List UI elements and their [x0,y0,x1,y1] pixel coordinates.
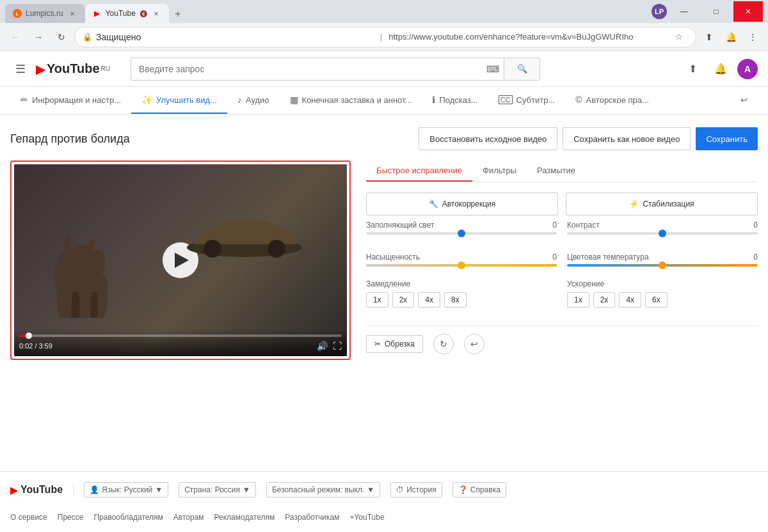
footer-link-about[interactable]: О сервисе [10,513,47,522]
footer-link-press[interactable]: Прессе [58,513,84,522]
tab-copyright-label: Авторское пра... [586,95,649,105]
contrast-thumb[interactable] [659,230,666,237]
user-avatar-youtube[interactable]: А [737,59,758,79]
saturation-slider[interactable] [366,264,557,267]
footer-link-authors[interactable]: Авторам [173,513,204,522]
tab-info[interactable]: ✏ Информация и настр... [10,87,131,114]
video-scene [14,164,347,356]
history-icon: ⏱ [396,485,404,494]
undo-button[interactable]: ↩ [464,334,484,354]
language-select[interactable]: 👤 Язык: Русский ▼ [84,482,168,497]
video-controls-row: 0:02 / 3:59 🔊 ⛶ [19,341,342,351]
close-button[interactable]: ✕ [733,1,763,22]
editor-main: Гепард против болида Восстановить исходн… [0,114,768,471]
address-input-wrap[interactable]: 🔒 Защищено | https://www.youtube.com/enh… [74,27,696,47]
fullscreen-button[interactable]: ⛶ [333,341,342,351]
video-controls: 0:02 / 3:59 🔊 ⛶ [14,329,347,356]
extensions-button[interactable]: ⬆ [699,27,719,47]
safe-mode-select[interactable]: Безопасный режим: выкл. ▼ [266,482,380,497]
restore-button[interactable]: Восстановить исходное видео [419,127,557,150]
minimize-button[interactable]: — [669,1,699,22]
redo-button[interactable]: ↻ [433,334,454,354]
refresh-button[interactable]: ↻ [51,27,72,47]
fill-light-label-row: Заполняющий свет 0 [366,221,557,230]
tab-info-label: Информация и настр... [32,95,121,105]
footer-link-rights[interactable]: Правообладателям [93,513,163,522]
tab-cards[interactable]: ℹ Подсказ... [422,87,488,114]
footer-link-developers[interactable]: Разработчикам [285,513,339,522]
tab-audio-label: Аудио [246,95,269,105]
quick-fix-tabs: Быстрое исправление Фильтры Размытие [366,160,758,182]
back-button[interactable]: ← [5,27,26,47]
color-temp-slider[interactable] [567,264,758,267]
video-player[interactable]: 0:02 / 3:59 🔊 ⛶ [14,164,347,356]
autocorrect-button[interactable]: 🔧 Автокоррекция [366,192,558,215]
forward-button[interactable]: → [28,27,49,47]
trim-label: Обрезка [385,340,415,348]
color-temp-thumb[interactable] [659,262,666,269]
notifications-header-button[interactable]: 🔔 [709,58,732,81]
cat-silhouette [46,228,142,331]
edit-panel: Быстрое исправление Фильтры Размытие 🔧 А… [366,160,758,360]
speed-up-buttons: 1x 2x 4x 6x [567,292,758,308]
address-separator: | [380,32,382,42]
speed-1x-button[interactable]: 1x [567,292,589,308]
tab-enhance[interactable]: ✨ Улучшить вид... [131,87,227,114]
slow-4x-button[interactable]: 4x [418,292,440,308]
fill-light-thumb[interactable] [458,230,465,237]
fill-light-slider[interactable] [366,232,557,235]
history-button[interactable]: ⏱ История [390,482,442,497]
address-bar: ← → ↻ 🔒 Защищено | https://www.youtube.c… [0,23,768,51]
more-options-button[interactable]: ⋮ [742,27,763,47]
tab-lumpics-close[interactable]: ✕ [67,8,77,19]
save-button[interactable]: Сохранить [696,127,758,150]
qf-tab-blur[interactable]: Размытие [527,160,586,182]
video-title-row: Гепард против болида Восстановить исходн… [10,127,758,150]
country-select[interactable]: Страна: Россия ▼ [179,482,256,497]
save-new-button[interactable]: Сохранить как новое видео [563,127,691,150]
saturation-thumb[interactable] [458,262,465,269]
footer-link-plus-youtube[interactable]: +YouTube [349,513,384,522]
search-button[interactable]: 🔍 [504,58,540,81]
bottom-controls: ✂ Обрезка ↻ ↩ [366,325,758,354]
volume-button[interactable]: 🔊 [317,341,328,351]
tab-mute-icon: 🔇 [140,10,147,17]
speed-6x-button[interactable]: 6x [645,292,668,308]
qf-tab-quick-fix[interactable]: Быстрое исправление [366,160,472,182]
tab-audio[interactable]: ♪ Аудио [227,87,280,114]
tab-endscreen[interactable]: ▦ Конечная заставка и аннот... [280,87,422,114]
tab-subtitles[interactable]: CC Субтитр... [488,88,566,114]
slow-2x-button[interactable]: 2x [392,292,415,308]
slow-8x-button[interactable]: 8x [444,292,467,308]
tab-youtube-close[interactable]: ✕ [151,8,161,19]
speed-2x-button[interactable]: 2x [593,292,616,308]
help-button[interactable]: ❓ Справка [452,482,506,497]
maximize-button[interactable]: □ [701,1,731,22]
back-tab[interactable]: ↩ [730,88,758,114]
country-chevron: ▼ [243,485,250,494]
bookmark-button[interactable]: ☆ [670,28,688,46]
stabilize-icon: ⚡ [629,199,639,208]
progress-bar[interactable] [19,334,342,337]
keyboard-icon-button[interactable]: ⌨ [481,58,504,81]
footer-link-advertisers[interactable]: Рекламодателям [214,513,275,522]
speed-4x-button[interactable]: 4x [619,292,641,308]
window-controls: LP — □ ✕ [652,1,763,22]
tab-copyright[interactable]: © Авторское пра... [565,87,659,114]
stabilize-button[interactable]: ⚡ Стабилизация [566,192,758,215]
trim-button[interactable]: ✂ Обрезка [366,335,423,353]
upload-button[interactable]: ⬆ [681,58,704,81]
slow-1x-button[interactable]: 1x [366,292,388,308]
new-tab-button[interactable]: + [169,5,187,23]
tab-youtube[interactable]: ▶ YouTube 🔇 ✕ [85,4,169,23]
qf-tab-filters[interactable]: Фильтры [472,160,527,182]
saturation-label-row: Насыщенность 0 [366,253,557,262]
tab-lumpics[interactable]: L Lumpics.ru ✕ [5,4,85,23]
youtube-footer-main: ▶ YouTube 👤 Язык: Русский ▼ Страна: Росс… [0,471,768,508]
menu-button[interactable]: ☰ [10,57,31,81]
contrast-slider[interactable] [567,232,758,235]
contrast-value: 0 [753,221,758,230]
tab-enhance-label: Улучшить вид... [156,95,217,105]
notifications-button[interactable]: 🔔 [721,27,741,47]
search-input[interactable] [131,58,481,81]
